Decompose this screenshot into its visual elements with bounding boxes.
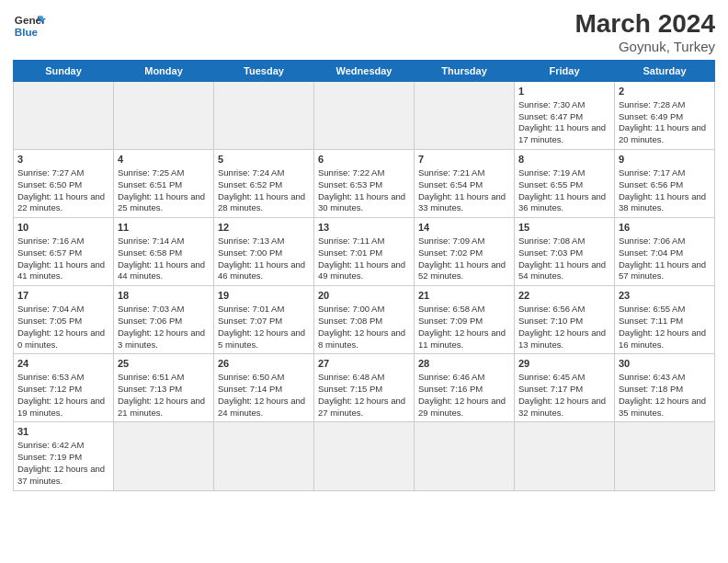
- day-info: Sunrise: 7:21 AM Sunset: 6:54 PM Dayligh…: [418, 167, 506, 213]
- table-row: 22Sunrise: 6:56 AM Sunset: 7:10 PM Dayli…: [515, 286, 615, 354]
- calendar-header-row: Sunday Monday Tuesday Wednesday Thursday…: [14, 61, 715, 82]
- table-row: [114, 82, 214, 150]
- day-number: 10: [17, 221, 109, 235]
- table-row: 15Sunrise: 7:08 AM Sunset: 7:03 PM Dayli…: [515, 218, 615, 286]
- day-number: 23: [619, 289, 711, 303]
- day-info: Sunrise: 7:27 AM Sunset: 6:50 PM Dayligh…: [17, 167, 105, 213]
- day-info: Sunrise: 7:22 AM Sunset: 6:53 PM Dayligh…: [318, 167, 405, 213]
- table-row: 21Sunrise: 6:58 AM Sunset: 7:09 PM Dayli…: [415, 286, 515, 354]
- table-row: 1Sunrise: 7:30 AM Sunset: 6:47 PM Daylig…: [515, 82, 615, 150]
- table-row: 16Sunrise: 7:06 AM Sunset: 7:04 PM Dayli…: [615, 218, 715, 286]
- day-number: 6: [318, 153, 410, 167]
- day-number: 24: [17, 357, 109, 371]
- day-number: 31: [17, 425, 109, 439]
- day-number: 3: [17, 153, 109, 167]
- col-sunday: Sunday: [14, 61, 114, 82]
- day-info: Sunrise: 6:43 AM Sunset: 7:18 PM Dayligh…: [619, 372, 706, 417]
- col-friday: Friday: [515, 61, 615, 82]
- table-row: 30Sunrise: 6:43 AM Sunset: 7:18 PM Dayli…: [615, 354, 715, 422]
- day-number: 16: [619, 221, 711, 235]
- day-number: 15: [518, 221, 610, 235]
- page-container: General Blue March 2024 Goynuk, Turkey S…: [0, 0, 728, 497]
- day-info: Sunrise: 7:13 AM Sunset: 7:00 PM Dayligh…: [218, 236, 305, 281]
- day-number: 25: [118, 357, 210, 371]
- table-row: [415, 422, 515, 490]
- day-info: Sunrise: 7:00 AM Sunset: 7:08 PM Dayligh…: [318, 304, 405, 349]
- day-info: Sunrise: 6:55 AM Sunset: 7:11 PM Dayligh…: [619, 304, 706, 349]
- day-number: 9: [619, 153, 711, 167]
- day-info: Sunrise: 6:42 AM Sunset: 7:19 PM Dayligh…: [17, 440, 105, 485]
- day-number: 11: [118, 221, 210, 235]
- day-number: 2: [619, 85, 711, 98]
- table-row: 29Sunrise: 6:45 AM Sunset: 7:17 PM Dayli…: [515, 354, 615, 422]
- table-row: 13Sunrise: 7:11 AM Sunset: 7:01 PM Dayli…: [314, 218, 415, 286]
- day-number: 30: [619, 357, 711, 371]
- table-row: 6Sunrise: 7:22 AM Sunset: 6:53 PM Daylig…: [314, 150, 415, 218]
- day-number: 22: [518, 289, 610, 303]
- table-row: 8Sunrise: 7:19 AM Sunset: 6:55 PM Daylig…: [515, 150, 615, 218]
- table-row: 2Sunrise: 7:28 AM Sunset: 6:49 PM Daylig…: [615, 82, 715, 150]
- day-info: Sunrise: 6:45 AM Sunset: 7:17 PM Dayligh…: [518, 372, 606, 417]
- header: General Blue March 2024 Goynuk, Turkey: [13, 9, 715, 54]
- col-monday: Monday: [114, 61, 214, 82]
- day-number: 18: [118, 289, 210, 303]
- table-row: 20Sunrise: 7:00 AM Sunset: 7:08 PM Dayli…: [314, 286, 415, 354]
- day-number: 8: [518, 153, 610, 167]
- table-row: [14, 82, 114, 150]
- table-row: 31Sunrise: 6:42 AM Sunset: 7:19 PM Dayli…: [14, 422, 114, 490]
- day-number: 5: [218, 153, 310, 167]
- table-row: 11Sunrise: 7:14 AM Sunset: 6:58 PM Dayli…: [114, 218, 214, 286]
- month-year-title: March 2024: [574, 9, 715, 39]
- col-tuesday: Tuesday: [214, 61, 314, 82]
- day-info: Sunrise: 7:24 AM Sunset: 6:52 PM Dayligh…: [218, 167, 305, 213]
- day-number: 21: [418, 289, 510, 303]
- table-row: 23Sunrise: 6:55 AM Sunset: 7:11 PM Dayli…: [615, 286, 715, 354]
- day-number: 1: [518, 85, 610, 98]
- table-row: 19Sunrise: 7:01 AM Sunset: 7:07 PM Dayli…: [214, 286, 314, 354]
- svg-text:Blue: Blue: [15, 26, 39, 38]
- table-row: [114, 422, 214, 490]
- day-info: Sunrise: 6:51 AM Sunset: 7:13 PM Dayligh…: [118, 372, 205, 417]
- location-title: Goynuk, Turkey: [574, 39, 715, 54]
- table-row: 10Sunrise: 7:16 AM Sunset: 6:57 PM Dayli…: [14, 218, 114, 286]
- day-info: Sunrise: 7:09 AM Sunset: 7:02 PM Dayligh…: [418, 236, 506, 281]
- table-row: [314, 82, 415, 150]
- table-row: 5Sunrise: 7:24 AM Sunset: 6:52 PM Daylig…: [214, 150, 314, 218]
- day-info: Sunrise: 7:25 AM Sunset: 6:51 PM Dayligh…: [118, 167, 205, 213]
- day-info: Sunrise: 6:58 AM Sunset: 7:09 PM Dayligh…: [418, 304, 506, 349]
- table-row: 7Sunrise: 7:21 AM Sunset: 6:54 PM Daylig…: [415, 150, 515, 218]
- day-number: 20: [318, 289, 410, 303]
- day-info: Sunrise: 6:56 AM Sunset: 7:10 PM Dayligh…: [518, 304, 606, 349]
- table-row: [214, 82, 314, 150]
- day-info: Sunrise: 7:11 AM Sunset: 7:01 PM Dayligh…: [318, 236, 405, 281]
- table-row: 12Sunrise: 7:13 AM Sunset: 7:00 PM Dayli…: [214, 218, 314, 286]
- logo-icon: General Blue: [13, 9, 46, 42]
- day-number: 26: [218, 357, 310, 371]
- day-info: Sunrise: 7:17 AM Sunset: 6:56 PM Dayligh…: [619, 167, 706, 213]
- day-number: 29: [518, 357, 610, 371]
- table-row: [615, 422, 715, 490]
- day-number: 4: [118, 153, 210, 167]
- day-info: Sunrise: 6:53 AM Sunset: 7:12 PM Dayligh…: [17, 372, 105, 417]
- day-info: Sunrise: 7:28 AM Sunset: 6:49 PM Dayligh…: [619, 99, 706, 144]
- table-row: 3Sunrise: 7:27 AM Sunset: 6:50 PM Daylig…: [14, 150, 114, 218]
- day-number: 14: [418, 221, 510, 235]
- col-thursday: Thursday: [415, 61, 515, 82]
- day-info: Sunrise: 7:06 AM Sunset: 7:04 PM Dayligh…: [619, 236, 706, 281]
- day-info: Sunrise: 7:03 AM Sunset: 7:06 PM Dayligh…: [118, 304, 205, 349]
- table-row: 24Sunrise: 6:53 AM Sunset: 7:12 PM Dayli…: [14, 354, 114, 422]
- title-block: March 2024 Goynuk, Turkey: [574, 9, 715, 54]
- table-row: 9Sunrise: 7:17 AM Sunset: 6:56 PM Daylig…: [615, 150, 715, 218]
- table-row: 27Sunrise: 6:48 AM Sunset: 7:15 PM Dayli…: [314, 354, 415, 422]
- day-number: 28: [418, 357, 510, 371]
- day-info: Sunrise: 7:14 AM Sunset: 6:58 PM Dayligh…: [118, 236, 205, 281]
- day-number: 17: [17, 289, 109, 303]
- day-info: Sunrise: 6:50 AM Sunset: 7:14 PM Dayligh…: [218, 372, 305, 417]
- day-number: 7: [418, 153, 510, 167]
- col-saturday: Saturday: [615, 61, 715, 82]
- table-row: [214, 422, 314, 490]
- day-number: 27: [318, 357, 410, 371]
- day-info: Sunrise: 6:46 AM Sunset: 7:16 PM Dayligh…: [418, 372, 506, 417]
- day-info: Sunrise: 7:19 AM Sunset: 6:55 PM Dayligh…: [518, 167, 606, 213]
- day-info: Sunrise: 7:01 AM Sunset: 7:07 PM Dayligh…: [218, 304, 305, 349]
